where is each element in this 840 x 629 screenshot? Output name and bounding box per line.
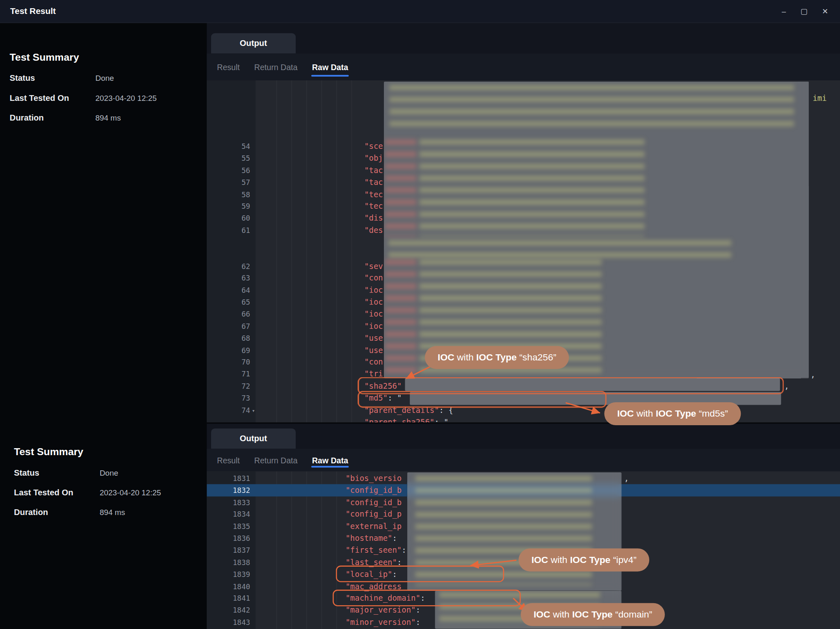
callout-text: “md5s” bbox=[696, 408, 728, 419]
code-text: "tec bbox=[364, 188, 383, 200]
line-number: 72 bbox=[207, 380, 250, 392]
code-text: "tac bbox=[364, 164, 383, 176]
tab-result[interactable]: Result bbox=[217, 449, 240, 472]
callout-text: “domain” bbox=[613, 609, 653, 620]
ioc-callout-ipv4: IOC with IOC Type “ipv4” bbox=[518, 548, 649, 571]
summary-row-last-tested: Last Tested On 2023-04-20 12:25 bbox=[14, 486, 161, 499]
code-line[interactable]: "parent_sha256": " bbox=[207, 416, 840, 423]
code-text: "external_ip bbox=[345, 520, 402, 532]
callout-text: IOC Type bbox=[656, 408, 696, 419]
ioc-highlight-box-md5 bbox=[358, 391, 606, 407]
fold-caret-icon[interactable]: ▾ bbox=[252, 405, 255, 417]
summary-label: Duration bbox=[14, 508, 100, 517]
tab-raw-data[interactable]: Raw Data bbox=[312, 449, 348, 472]
code-text: "ioc bbox=[364, 296, 383, 308]
callout-text: IOC bbox=[438, 352, 454, 362]
tab-output[interactable]: Output bbox=[211, 33, 296, 54]
line-number: 1835 bbox=[207, 520, 250, 532]
line-number: 69 bbox=[207, 344, 250, 356]
test-summary-rows: Status Done Last Tested On 2023-04-20 12… bbox=[14, 467, 161, 526]
test-summary-heading: Test Summary bbox=[10, 51, 79, 63]
blur-artifact bbox=[420, 139, 645, 237]
code-fragment: , bbox=[810, 368, 815, 380]
summary-label: Last Tested On bbox=[10, 93, 96, 103]
code-text: "first_seen": bbox=[345, 544, 406, 556]
line-number: 1842 bbox=[207, 604, 250, 616]
code-text: "tec bbox=[364, 200, 383, 212]
summary-row-status: Status Done bbox=[10, 72, 157, 84]
callout-text: with bbox=[634, 408, 655, 419]
callout-text: “ipv4” bbox=[610, 554, 637, 565]
tab-return-data[interactable]: Return Data bbox=[254, 54, 298, 80]
test-summary-rows: Status Done Last Tested On 2023-04-20 12… bbox=[10, 72, 157, 131]
callout-text: IOC Type bbox=[476, 352, 517, 362]
code-text: "dis bbox=[364, 212, 383, 224]
test-result-window: Test Result – ▢ ✕ Test Summary Status Do… bbox=[0, 0, 840, 629]
line-number: 55 bbox=[207, 152, 250, 164]
tab-result[interactable]: Result bbox=[217, 54, 240, 80]
window-title: Test Result bbox=[10, 7, 56, 16]
tab-return-data[interactable]: Return Data bbox=[254, 449, 298, 472]
code-text: "sce bbox=[364, 140, 383, 152]
screenshot-viewport: Test Result – ▢ ✕ Test Summary Status Do… bbox=[0, 0, 840, 629]
line-number: 57 bbox=[207, 176, 250, 188]
code-text: "con bbox=[364, 356, 383, 368]
summary-value: Done bbox=[95, 74, 114, 82]
code-fragment: , bbox=[624, 472, 629, 484]
code-text: "parent_sha256": " bbox=[364, 416, 448, 423]
callout-text: IOC bbox=[532, 554, 548, 565]
summary-value: Done bbox=[100, 468, 118, 477]
line-number: 1837 bbox=[207, 544, 250, 556]
line-number: 1836 bbox=[207, 532, 250, 544]
window-controls: – ▢ ✕ bbox=[782, 6, 828, 16]
code-text: "config_id_b bbox=[345, 496, 402, 508]
line-number: 1831 bbox=[207, 472, 250, 484]
line-number: 67 bbox=[207, 320, 250, 332]
ioc-callout-sha256: IOC with IOC Type “sha256” bbox=[425, 346, 569, 369]
titlebar: Test Result – ▢ ✕ bbox=[0, 0, 840, 23]
ioc-highlight-box-machine-domain bbox=[333, 590, 520, 606]
code-text: "des bbox=[364, 224, 383, 236]
maximize-icon[interactable]: ▢ bbox=[800, 6, 807, 16]
summary-label: Status bbox=[14, 468, 100, 478]
blur-artifact bbox=[385, 259, 416, 378]
line-number: 59 bbox=[207, 200, 250, 212]
line-number: 61 bbox=[207, 224, 250, 236]
line-number: 1843 bbox=[207, 616, 250, 628]
test-summary-sidebar: Test Summary Status Done Last Tested On … bbox=[0, 23, 207, 423]
callout-text: with bbox=[548, 554, 570, 565]
code-text: "ioc bbox=[364, 284, 383, 296]
code-text: "sev bbox=[364, 260, 383, 272]
code-text: "use bbox=[364, 332, 383, 344]
output-subtabs: Result Return Data Raw Data bbox=[207, 54, 840, 80]
summary-row-last-tested: Last Tested On 2023-04-20 12:25 bbox=[10, 91, 157, 104]
line-number: 64 bbox=[207, 284, 250, 296]
callout-text: IOC bbox=[534, 609, 550, 620]
callout-text: IOC Type bbox=[570, 554, 611, 565]
blur-artifact bbox=[385, 139, 416, 237]
line-number: 65 bbox=[207, 296, 250, 308]
summary-value: 2023-04-20 12:25 bbox=[100, 488, 161, 497]
code-fragment: , bbox=[784, 380, 789, 392]
tab-raw-data[interactable]: Raw Data bbox=[312, 54, 348, 80]
summary-value: 894 ms bbox=[100, 508, 125, 517]
line-number: 66 bbox=[207, 308, 250, 320]
code-text: "obj bbox=[364, 152, 383, 164]
tab-output[interactable]: Output bbox=[211, 428, 296, 449]
callout-text: with bbox=[454, 352, 476, 362]
close-icon[interactable]: ✕ bbox=[822, 6, 828, 16]
test-summary-sidebar: Test Summary Status Done Last Tested On … bbox=[0, 424, 207, 629]
test-summary-heading: Test Summary bbox=[14, 446, 83, 458]
summary-row-duration: Duration 894 ms bbox=[10, 112, 157, 124]
code-text: "minor_version": bbox=[345, 616, 420, 628]
summary-row-duration: Duration 894 ms bbox=[14, 506, 161, 518]
minimize-icon[interactable]: – bbox=[782, 6, 786, 16]
callout-text: IOC Type bbox=[572, 609, 613, 620]
ioc-highlight-box-local-ip bbox=[336, 565, 504, 582]
callout-text: with bbox=[550, 609, 572, 620]
line-number: 62 bbox=[207, 260, 250, 272]
line-number: 1838 bbox=[207, 556, 250, 568]
line-number: 63 bbox=[207, 272, 250, 284]
code-text: "ioc bbox=[364, 308, 383, 320]
code-text: "tac bbox=[364, 176, 383, 188]
